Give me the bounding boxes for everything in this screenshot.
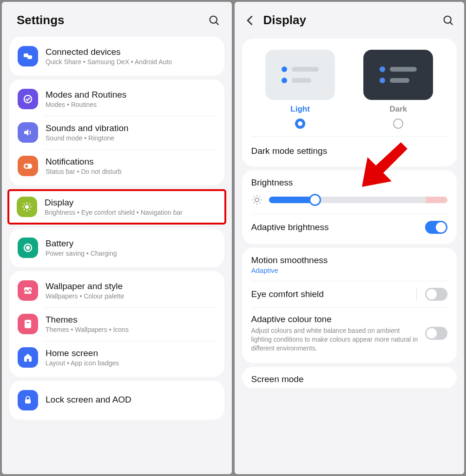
radio-dark[interactable]: [393, 119, 403, 129]
search-icon: [442, 14, 455, 27]
row-subtitle: Power saving • Charging: [46, 250, 216, 257]
svg-rect-3: [27, 55, 32, 59]
settings-row-home-screen[interactable]: Home screen Layout • App icon badges: [9, 341, 224, 374]
radio-light[interactable]: [295, 119, 305, 129]
connected-devices-icon: [18, 46, 38, 66]
display-pane: Display Light: [235, 2, 465, 474]
brightness-slider[interactable]: [269, 197, 448, 203]
row-title: Home screen: [46, 348, 216, 358]
row-title: Wallpaper and style: [46, 281, 216, 291]
settings-row-sounds[interactable]: Sounds and vibration Sound mode • Ringto…: [9, 116, 224, 149]
settings-header: Settings: [2, 2, 232, 33]
settings-row-themes[interactable]: Themes Themes • Wallpapers • Icons: [9, 307, 224, 341]
settings-row-modes[interactable]: Modes and Routines Modes • Routines: [9, 82, 224, 116]
adaptive-colour-row[interactable]: Adaptive colour tone Adjust colours and …: [251, 307, 448, 359]
adaptive-colour-title: Adaptive colour tone: [251, 314, 419, 324]
row-title: Lock screen and AOD: [46, 395, 216, 405]
settings-row-wallpaper[interactable]: Wallpaper and style Wallpapers • Colour …: [9, 274, 224, 307]
svg-line-23: [450, 22, 453, 25]
screen-mode-card: Screen mode: [242, 367, 457, 388]
eye-comfort-label: Eye comfort shield: [251, 289, 410, 299]
settings-row-lock-screen[interactable]: Lock screen and AOD: [9, 383, 224, 417]
settings-group: Connected devices Quick Share • Samsung …: [9, 37, 224, 76]
theme-option-light[interactable]: Light: [265, 50, 335, 129]
brightness-icon: [251, 194, 263, 205]
theme-thumb-dark: [363, 50, 433, 100]
page-title: Display: [263, 13, 436, 27]
eye-comfort-row[interactable]: Eye comfort shield: [251, 281, 448, 307]
svg-point-6: [25, 165, 28, 168]
svg-point-17: [26, 246, 29, 249]
row-title: Themes: [46, 315, 216, 325]
settings-row-connected-devices[interactable]: Connected devices Quick Share • Samsung …: [9, 40, 224, 73]
home-icon: [18, 347, 38, 368]
settings-group: Lock screen and AOD: [9, 381, 224, 420]
notifications-icon: [18, 156, 38, 176]
svg-line-15: [29, 204, 30, 205]
svg-line-30: [253, 197, 254, 197]
svg-line-12: [24, 204, 25, 205]
dark-mode-settings-row[interactable]: Dark mode settings: [251, 144, 448, 158]
settings-row-notifications[interactable]: Notifications Status bar • Do not distur…: [9, 149, 224, 183]
row-title: Battery: [46, 238, 216, 249]
adaptive-brightness-row[interactable]: Adaptive brightness: [251, 214, 448, 240]
theme-thumb-light: [265, 50, 335, 100]
screen-mode-row[interactable]: Screen mode: [251, 374, 448, 384]
svg-line-33: [259, 197, 260, 197]
theme-label-light: Light: [290, 105, 310, 114]
row-subtitle: Quick Share • Samsung DeX • Android Auto: [46, 58, 216, 66]
row-title: Connected devices: [46, 47, 216, 57]
row-subtitle: Wallpapers • Colour palette: [46, 292, 216, 300]
svg-line-31: [259, 203, 260, 203]
settings-row-display[interactable]: Display Brightness • Eye comfort shield …: [9, 191, 224, 223]
settings-group: Modes and Routines Modes • Routines Soun…: [9, 79, 224, 185]
highlighted-row-display: Display Brightness • Eye comfort shield …: [7, 189, 226, 225]
row-title: Modes and Routines: [46, 90, 216, 100]
svg-rect-20: [26, 322, 29, 323]
row-subtitle: Brightness • Eye comfort shield • Naviga…: [45, 209, 217, 216]
adaptive-colour-desc: Adjust colours and white balance based o…: [251, 326, 419, 353]
search-button[interactable]: [442, 14, 455, 27]
settings-row-battery[interactable]: Battery Power saving • Charging: [9, 231, 224, 264]
svg-line-1: [216, 22, 218, 25]
theme-option-dark[interactable]: Dark: [363, 50, 433, 129]
theme-label-dark: Dark: [389, 105, 407, 114]
motion-title: Motion smoothness: [251, 255, 448, 265]
row-subtitle: Sound mode • Ringtone: [46, 134, 216, 142]
back-button[interactable]: [244, 14, 257, 27]
row-subtitle: Modes • Routines: [46, 101, 216, 108]
wallpaper-icon: [18, 280, 38, 301]
adaptive-brightness-toggle[interactable]: [425, 221, 447, 234]
chevron-left-icon: [244, 14, 257, 27]
themes-icon: [18, 314, 38, 334]
svg-point-0: [210, 16, 217, 23]
slider-knob[interactable]: [309, 194, 321, 206]
display-icon: [17, 197, 37, 217]
lock-icon: [18, 390, 38, 410]
theme-card: Light Dark Dark mode s: [242, 39, 457, 166]
settings-group: Wallpaper and style Wallpapers • Colour …: [9, 271, 224, 377]
search-button[interactable]: [208, 14, 221, 27]
motion-value: Adaptive: [251, 266, 448, 274]
row-subtitle: Layout • App icon badges: [46, 359, 216, 367]
row-title: Notifications: [46, 157, 216, 167]
brightness-card: Brightness Adaptive brightness: [242, 170, 457, 244]
svg-line-32: [253, 203, 254, 203]
adaptive-colour-toggle[interactable]: [425, 327, 447, 340]
settings-group: Battery Power saving • Charging: [9, 228, 224, 267]
row-subtitle: Themes • Wallpapers • Icons: [46, 326, 216, 333]
brightness-label: Brightness: [251, 178, 448, 188]
motion-smoothness-row[interactable]: Motion smoothness Adaptive: [251, 255, 448, 281]
svg-point-7: [25, 205, 29, 209]
svg-line-14: [24, 209, 25, 210]
page-title: Settings: [17, 13, 65, 27]
svg-line-13: [29, 209, 30, 210]
adaptive-brightness-label: Adaptive brightness: [251, 222, 419, 232]
modes-icon: [18, 89, 38, 109]
sound-icon: [18, 122, 38, 143]
svg-rect-21: [25, 399, 31, 403]
row-subtitle: Status bar • Do not disturb: [46, 168, 216, 175]
svg-point-22: [444, 16, 451, 23]
eye-comfort-toggle[interactable]: [425, 288, 447, 301]
display-options-card: Motion smoothness Adaptive Eye comfort s…: [242, 248, 457, 363]
